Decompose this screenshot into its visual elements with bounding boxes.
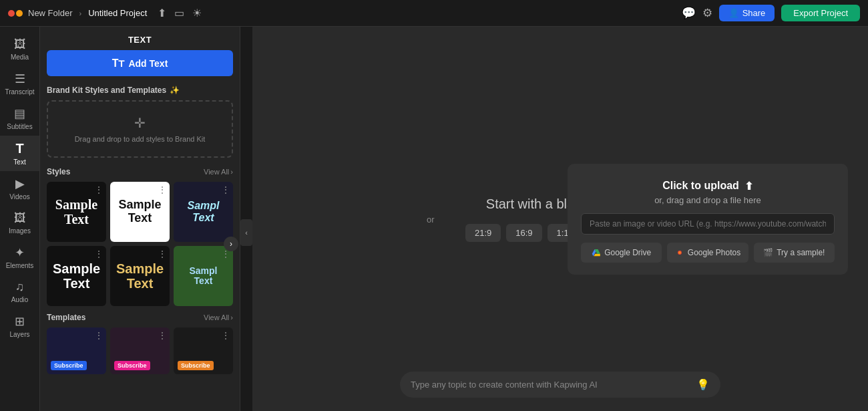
- share-project-icon[interactable]: ⬆: [158, 7, 166, 19]
- sidebar-item-layers[interactable]: ⊞ Layers: [0, 309, 39, 344]
- panel-collapse-button[interactable]: ‹: [240, 219, 252, 246]
- sidebar-item-subtitles[interactable]: ▤ Subtitles: [0, 101, 39, 136]
- templates-view-all[interactable]: View All ›: [204, 313, 233, 321]
- templates-grid: ⋮ Subscribe ⋮ Subscribe ⋮ Subscribe: [47, 327, 233, 374]
- templates-chevron-icon: ›: [230, 313, 233, 321]
- style-card-1-menu[interactable]: ⋮: [94, 184, 103, 195]
- sidebar-label-audio: Audio: [11, 296, 29, 303]
- sidebar-item-videos[interactable]: ▶ Videos: [0, 171, 39, 206]
- brand-kit-drag-text: Drag and drop to add styles to Brand Kit: [75, 135, 206, 143]
- style-card-3-menu[interactable]: ⋮: [221, 184, 230, 195]
- style-card-2-menu[interactable]: ⋮: [158, 184, 167, 195]
- gear-icon[interactable]: ⚙: [702, 6, 712, 20]
- style-card-5-menu[interactable]: ⋮: [158, 249, 167, 259]
- try-sample-button[interactable]: 🎬 Try a sample!: [754, 243, 835, 263]
- elements-icon: ✦: [15, 245, 25, 260]
- template-card-3[interactable]: ⋮ Subscribe: [174, 327, 233, 374]
- sidebar-item-audio[interactable]: ♫ Audio: [0, 275, 39, 309]
- template-badge-3: Subscribe: [178, 361, 214, 370]
- ratio-16-9[interactable]: 16:9: [506, 224, 541, 242]
- videos-icon: ▶: [15, 176, 25, 191]
- drag-icon: ✛: [134, 115, 146, 131]
- upload-arrow-icon: ⬆: [744, 180, 753, 192]
- google-drive-button[interactable]: Google Drive: [581, 243, 662, 263]
- sidebar-item-text[interactable]: T Text: [0, 136, 39, 171]
- styles-chevron-icon: ›: [230, 168, 233, 176]
- style-card-6[interactable]: ⋮ SamplText: [174, 246, 233, 306]
- panel-title: TEXT: [40, 27, 240, 50]
- svg-point-1: [678, 251, 681, 254]
- transcript-icon: ☰: [15, 72, 25, 86]
- template-card-2-menu[interactable]: ⋮: [158, 330, 167, 341]
- brand-kit-dropzone[interactable]: ✛ Drag and drop to add styles to Brand K…: [47, 100, 233, 158]
- collapse-icon: ‹: [245, 229, 248, 237]
- styles-header: Styles View All ›: [47, 167, 233, 176]
- project-name[interactable]: Untitled Project: [88, 8, 147, 18]
- main-layout: 🖼 Media ☰ Transcript ▤ Subtitles T Text …: [0, 27, 868, 411]
- layers-icon: ⊞: [15, 314, 25, 329]
- ai-bulb-icon[interactable]: 💡: [696, 378, 710, 391]
- style-card-1[interactable]: ⋮ SampleText: [47, 182, 106, 242]
- brand-logo: [8, 10, 23, 17]
- url-input[interactable]: [581, 213, 835, 235]
- sidebar-label-media: Media: [11, 53, 29, 61]
- sample-icon: 🎬: [763, 248, 773, 257]
- upload-panel: Click to upload ⬆ or, drag and drop a fi…: [568, 164, 848, 275]
- share-button[interactable]: 👤 Share: [719, 5, 775, 21]
- subtitles-icon: ▤: [14, 106, 25, 121]
- ratio-21-9[interactable]: 21:9: [465, 224, 501, 242]
- comment-icon[interactable]: 💬: [682, 6, 696, 20]
- topbar-left: New Folder › Untitled Project ⬆ ▭ ☀: [8, 7, 202, 19]
- style-card-5[interactable]: ⋮ SampleText: [110, 246, 170, 306]
- folder-name[interactable]: New Folder: [28, 8, 72, 18]
- sidebar-label-images: Images: [9, 227, 31, 235]
- upload-title: Click to upload: [662, 180, 739, 192]
- brightness-icon[interactable]: ☀: [192, 7, 202, 19]
- sidebar-item-transcript[interactable]: ☰ Transcript: [0, 66, 39, 101]
- try-sample-label: Try a sample!: [777, 248, 825, 257]
- template-card-3-menu[interactable]: ⋮: [221, 330, 230, 341]
- left-sidebar: 🖼 Media ☰ Transcript ▤ Subtitles T Text …: [0, 27, 40, 411]
- style-card-3[interactable]: ⋮ SamplText: [174, 182, 233, 242]
- upload-subtitle: or, drag and drop a file here: [581, 195, 835, 205]
- google-drive-icon: [592, 248, 601, 257]
- template-card-1[interactable]: ⋮ Subscribe: [47, 327, 106, 374]
- google-photos-label: Google Photos: [688, 248, 740, 257]
- topbar-icons: ⬆ ▭ ☀: [158, 7, 202, 19]
- style-card-2[interactable]: ⋮ SampleText: [110, 182, 170, 242]
- panel-body: Tᴛ Add Text Brand Kit Styles and Templat…: [40, 50, 240, 411]
- google-photos-button[interactable]: Google Photos: [667, 243, 748, 263]
- share-label: Share: [742, 8, 766, 18]
- text-panel: TEXT Tᴛ Add Text Brand Kit Styles and Te…: [40, 27, 240, 411]
- brand-kit-header: Brand Kit Styles and Templates ✨: [47, 86, 233, 95]
- template-badge-1: Subscribe: [51, 361, 87, 370]
- styles-next-arrow[interactable]: ›: [224, 237, 238, 251]
- templates-title: Templates: [47, 313, 85, 322]
- google-drive-label: Google Drive: [604, 248, 651, 257]
- template-badge-2: Subscribe: [114, 361, 150, 370]
- media-icon: 🖼: [14, 37, 26, 51]
- template-card-2[interactable]: ⋮ Subscribe: [110, 327, 170, 374]
- sidebar-item-images[interactable]: 🖼 Images: [0, 206, 39, 240]
- template-card-1-menu[interactable]: ⋮: [94, 330, 103, 341]
- ai-bar: Type any topic to create content with Ka…: [400, 372, 720, 398]
- export-button[interactable]: Export Project: [781, 5, 860, 21]
- style-card-4[interactable]: ⋮ SampleText: [47, 246, 106, 306]
- upload-top[interactable]: Click to upload ⬆: [581, 180, 835, 192]
- add-text-label: Add Text: [128, 58, 168, 69]
- topbar: New Folder › Untitled Project ⬆ ▭ ☀ 💬 ⚙ …: [0, 0, 868, 27]
- templates-header: Templates View All ›: [47, 313, 233, 322]
- add-text-button[interactable]: Tᴛ Add Text: [47, 50, 233, 76]
- styles-view-all[interactable]: View All ›: [204, 168, 233, 176]
- sidebar-item-elements[interactable]: ✦ Elements: [0, 240, 39, 275]
- style-card-4-menu[interactable]: ⋮: [94, 249, 103, 259]
- canvas-area: Start with a blank canvas 21:9 16:9 1:1 …: [252, 27, 868, 411]
- comments-icon[interactable]: ▭: [174, 7, 184, 19]
- ai-placeholder-text[interactable]: Type any topic to create content with Ka…: [411, 380, 696, 390]
- sidebar-item-media[interactable]: 🖼 Media: [0, 32, 39, 66]
- sidebar-label-transcript: Transcript: [5, 88, 34, 96]
- sidebar-label-layers: Layers: [9, 331, 29, 338]
- canvas-or-text: or: [427, 214, 435, 224]
- brand-kit-title: Brand Kit Styles and Templates ✨: [47, 86, 180, 95]
- templates-view-all-label: View All: [204, 313, 229, 321]
